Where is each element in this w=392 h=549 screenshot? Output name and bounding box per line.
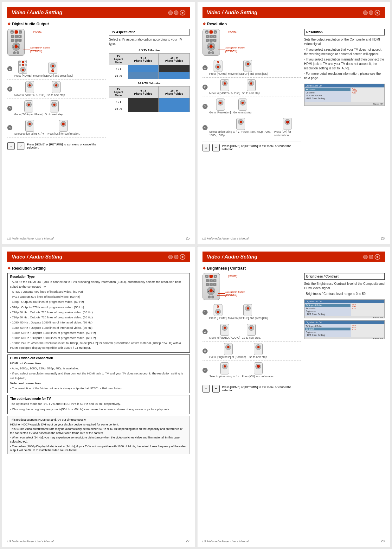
- remote-top-row-2: ⏏ ▶: [205, 30, 217, 34]
- remote-area-1: ⏏ ▶ + ✕ P − ✓ ∨: [7, 29, 106, 56]
- step-3a-desc: Go to [TV Aspect Ratio].: [14, 113, 43, 116]
- table-title-1: 4:3 TV / Monitor: [109, 49, 190, 52]
- mini-dpad-4b: [61, 121, 66, 127]
- r2-mid-row: + ✕ P: [204, 35, 219, 38]
- mini-dpad-c3a: [28, 104, 30, 106]
- s4-dc-1b: [247, 307, 249, 310]
- remote-area-4: ⏏ ▶ + ✕ P − ✓ ∨: [202, 273, 301, 300]
- mini-remote-3a: Go to [TV Aspect Ratio].: [14, 100, 43, 116]
- s4-dpad-4a: [222, 364, 228, 369]
- remote-dpad-1: ▲ ▼ ◀ ▶: [12, 42, 20, 51]
- mr-ok-1b: OK: [51, 69, 54, 72]
- step-2-remotes: Move to [VIDEO / AUDIO] Go to next step.: [14, 81, 66, 97]
- steps-4: 1 ⌂ Press [HOME]: [202, 303, 301, 380]
- footer2-return-icon: ↩: [212, 144, 220, 151]
- callout2-home: [HOME]: [218, 30, 237, 33]
- note-box-3: This product supports HDMI out and A/V o…: [7, 416, 190, 454]
- s4-mr-4b: Press [OK] for confirmation.: [242, 362, 275, 378]
- r2-btn-3: ▶: [214, 30, 217, 34]
- step2-3-remotes: Go to [Resolution]. Go to next step.: [209, 99, 252, 114]
- mini-remote-body-2b: [52, 81, 61, 93]
- th-169-photo: 16 : 9Photo / Video: [159, 54, 190, 65]
- step-1b-desc: Move to [SETUP] and press [OK]: [33, 74, 73, 78]
- mini-dpad-c2a: [29, 84, 31, 86]
- r2v1: −: [206, 39, 209, 42]
- hdmi-title: HDMI / Video out connection: [10, 356, 187, 360]
- thumb-header-2: Digital Audio Dut: [305, 84, 384, 87]
- mini-remote-body-3b: [50, 100, 59, 112]
- footer-home-icon: ⌂: [7, 142, 15, 150]
- s4-1a-desc: Press [HOME]: [209, 316, 227, 320]
- rv3: ∨: [18, 39, 22, 42]
- dpad-center: [15, 45, 18, 48]
- mini-dpad-3a: [26, 102, 32, 107]
- page-footer-2: LG Multimedia Player User's Manual: [202, 237, 249, 240]
- info-box-1: TV Aspect Ratio: [109, 29, 190, 35]
- s2-body-4a: [236, 118, 245, 130]
- callout-home: [HOME]: [23, 30, 42, 33]
- s2-body-2a: [220, 79, 229, 91]
- s2-4a-desc: Select option using ∧ / ∨. > Auto, 480i,…: [209, 130, 273, 137]
- s4-4a-desc: Select option using ∧ / ∨.: [209, 375, 241, 378]
- page-25: Video / Audio Setting Digital Audio Outp…: [2, 2, 195, 244]
- mini-dpad-c4a: [29, 123, 31, 125]
- r4-top: ⏏ ▶: [205, 275, 217, 278]
- footer-nav-text-4: Press [HOME] or [RETURN] to exit menu or…: [222, 386, 301, 392]
- callout-line-3: [22, 51, 29, 51]
- step-1-2: 2 Move to [VIDEO / AUDIO]: [7, 80, 106, 99]
- rn2: ✕: [15, 35, 18, 38]
- s2-3a-desc: Go to [Resolution].: [209, 111, 232, 114]
- r4m1: +: [206, 279, 209, 282]
- right-panel-4: Brightness / Contrast Sets the Brightnes…: [304, 273, 385, 392]
- s2-ok-4b: [286, 121, 289, 124]
- step2-num-3: 3: [202, 104, 208, 109]
- rv2: ✓: [15, 39, 18, 42]
- step-1-3: 3 Go to [TV Aspect Ratio].: [7, 99, 106, 118]
- thumb4b-body: TV Aspect Ratio Contrast Brightness HDMI…: [305, 324, 384, 337]
- callout2-home-label: [HOME]: [228, 30, 237, 33]
- s2-body-1b: [243, 60, 252, 72]
- thumb4a-item-4: HDMI Color Setting: [305, 313, 351, 316]
- nav4-up: ▲: [210, 287, 212, 289]
- r4-bottom: ⌂ ↩: [208, 296, 214, 298]
- mini-remote-body-4b: [59, 120, 68, 132]
- page-num-2: 26: [381, 236, 385, 240]
- header-circle-5: [369, 10, 373, 15]
- r2m2: ✕: [209, 35, 213, 38]
- s2-body-4b: [283, 118, 292, 130]
- s2-3b-desc: Go to next step.: [233, 111, 252, 114]
- remote-dpad-2: ▲ ▼ ◀ ▶: [207, 42, 215, 51]
- callout2-line-2: [218, 49, 225, 49]
- mr-btn-3: ▶: [25, 61, 27, 63]
- s2-dc-3b: [241, 102, 244, 104]
- header-inner-circle: [182, 12, 183, 14]
- s4-dpad-4b: [255, 364, 261, 369]
- s4-mr-1b: Move to [SETUP] and press [OK]: [228, 304, 268, 320]
- page-26: Video / Audio Setting Resolution ⏏: [197, 2, 390, 244]
- step4-3-remotes: Go to [Brightness] or [Contrast]. Go to …: [209, 343, 268, 359]
- step-4b-desc: Press [OK] for confirmation.: [47, 132, 80, 136]
- s4-dc-3b: [257, 346, 260, 348]
- nav4-right: ▶: [213, 290, 215, 292]
- step4-num-1: 1: [202, 310, 208, 315]
- bullet-2-3: For more detail resolution information, …: [304, 72, 385, 80]
- td-169: 16 : 9: [109, 72, 128, 79]
- nav-down: ▼: [15, 48, 17, 50]
- mini-remote-2b: Go to next step.: [47, 81, 66, 97]
- step-1-4: 4 Select option using ∧ / ∨.: [7, 118, 106, 137]
- page-title-3: Video / Audio Setting: [12, 254, 62, 260]
- page-title-4: Video / Audio Setting: [207, 254, 258, 260]
- s4-dpad-2a: [222, 325, 228, 331]
- remote-btn-3: ▶: [19, 30, 22, 34]
- td-43-169-2: [159, 98, 190, 105]
- aspect-table-2: TVAspectRatio 4 : 3Photo / Video 16 : 9P…: [109, 86, 190, 112]
- td-169-2: 16 : 9: [109, 105, 128, 112]
- r4-vol: − ✓ ∨: [206, 283, 216, 286]
- s2-dc-4a: [240, 121, 242, 123]
- step4-4-remotes: Select option using ∧ / ∨. Press [OK] fo…: [209, 362, 275, 378]
- r2v3: ∨: [213, 39, 216, 42]
- mini-remote-body-2a: [25, 81, 34, 93]
- s2-dpad-2a: [222, 80, 228, 86]
- info-box-4: Brightness / Contrast: [304, 273, 385, 280]
- td-169-43: [128, 72, 158, 79]
